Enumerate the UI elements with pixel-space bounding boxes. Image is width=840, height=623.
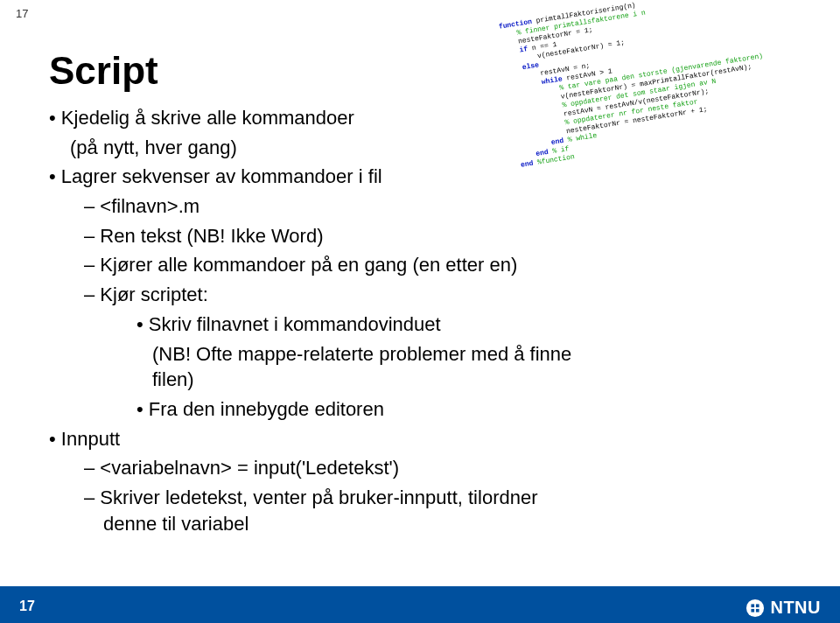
svg-rect-3: [752, 608, 755, 612]
footer-bar: 17 NTNU: [0, 586, 840, 623]
page-number-top: 17: [16, 7, 28, 20]
ntnu-logo-text: NTNU: [770, 598, 821, 618]
content-body: Kjedelig å skrive alle kommandoer (på ny…: [49, 105, 592, 540]
page-title: Script: [49, 49, 158, 93]
svg-rect-4: [756, 608, 760, 612]
svg-rect-1: [752, 604, 755, 607]
bullet-2-sub-3: Kjører alle kommandoer på en gang (en et…: [84, 252, 592, 278]
bullet-3-sub-1: <variabelnavn> = input('Ledetekst'): [84, 455, 592, 481]
svg-point-0: [746, 598, 764, 616]
bullet-1-cont: (på nytt, hver gang): [49, 135, 592, 161]
ntnu-logo: NTNU: [746, 598, 821, 618]
bullet-2-sub-4: Kjør scriptet:: [84, 282, 592, 308]
bullet-3-sub-2: Skriver ledetekst, venter på bruker-innp…: [84, 485, 592, 536]
decorative-code-snippet: function primtallFaktorisering(n) % finn…: [498, 0, 840, 170]
bullet-2-sub-4-b: Fra den innebygde editoren: [136, 396, 592, 423]
bullet-2-sub-4-a-cont: (NB! Ofte mappe-relaterte problemer med …: [152, 341, 592, 393]
bullet-1: Kjedelig å skrive alle kommandoer: [49, 105, 592, 131]
bullet-2: Lagrer sekvenser av kommandoer i fil: [49, 164, 592, 190]
ntnu-logo-icon: [746, 598, 765, 618]
bullet-2-sub-1: <filnavn>.m: [84, 193, 592, 220]
bullet-3: Innputt: [49, 426, 592, 452]
bullet-2-sub-4-a: Skriv filnavnet i kommandovinduet: [136, 312, 592, 338]
footer-page-number: 17: [19, 598, 35, 614]
svg-rect-2: [756, 604, 760, 607]
bullet-2-sub-2: Ren tekst (NB! Ikke Word): [84, 223, 592, 249]
